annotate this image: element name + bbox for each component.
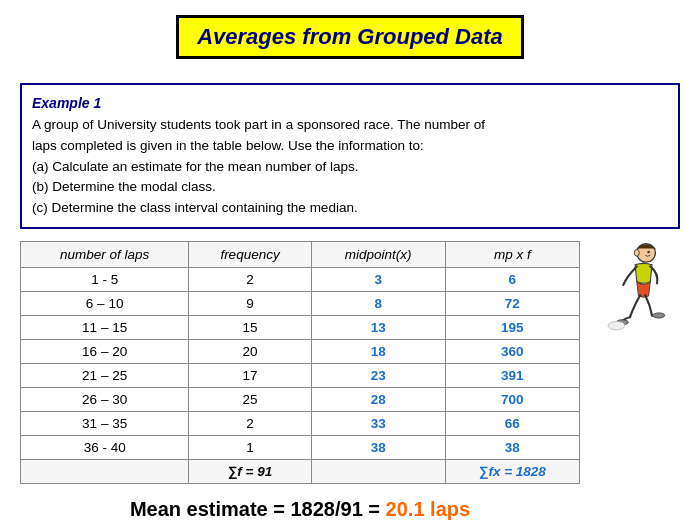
cell-mid: 13	[311, 316, 445, 340]
cell-freq: 9	[189, 292, 311, 316]
table-row: 26 – 302528700	[21, 388, 580, 412]
cell-freq: 15	[189, 316, 311, 340]
data-table: number of laps frequency midpoint(x) mp …	[20, 241, 580, 484]
cell-freq: 20	[189, 340, 311, 364]
cell-mid: 38	[311, 436, 445, 460]
cell-laps: 21 – 25	[21, 364, 189, 388]
cell-laps: 26 – 30	[21, 388, 189, 412]
sum-mid-empty	[311, 460, 445, 484]
example-label: Example 1	[32, 93, 668, 115]
table-row: 31 – 3523366	[21, 412, 580, 436]
mean-line: Mean estimate = 1828/91 = 20.1 laps	[20, 498, 580, 521]
cell-mpf: 195	[445, 316, 579, 340]
svg-point-2	[652, 313, 664, 318]
cell-mid: 33	[311, 412, 445, 436]
col-header-midpoint: midpoint(x)	[311, 242, 445, 268]
example-text1: A group of University students took part…	[32, 115, 668, 136]
runner-container	[590, 241, 680, 351]
example-box: Example 1 A group of University students…	[20, 83, 680, 229]
svg-point-4	[647, 251, 650, 254]
runner-icon	[593, 241, 678, 351]
cell-freq: 17	[189, 364, 311, 388]
table-row: 1 - 5236	[21, 268, 580, 292]
page: Averages from Grouped Data Example 1 A g…	[0, 0, 700, 525]
table-section: number of laps frequency midpoint(x) mp …	[20, 241, 580, 521]
title-box: Averages from Grouped Data	[176, 15, 524, 59]
example-text3: (a) Calculate an estimate for the mean n…	[32, 157, 668, 178]
cell-laps: 16 – 20	[21, 340, 189, 364]
cell-mpf: 72	[445, 292, 579, 316]
example-text5: (c) Determine the class interval contain…	[32, 198, 668, 219]
cell-freq: 1	[189, 436, 311, 460]
cell-mpf: 66	[445, 412, 579, 436]
table-row: 11 – 151513195	[21, 316, 580, 340]
table-row: 36 - 4013838	[21, 436, 580, 460]
cell-mpf: 6	[445, 268, 579, 292]
cell-mid: 23	[311, 364, 445, 388]
sum-mpf: ∑fx = 1828	[445, 460, 579, 484]
col-header-mpf: mp x f	[445, 242, 579, 268]
svg-point-5	[634, 250, 639, 257]
cell-mid: 18	[311, 340, 445, 364]
col-header-laps: number of laps	[21, 242, 189, 268]
cell-mid: 3	[311, 268, 445, 292]
sum-row: ∑f = 91 ∑fx = 1828	[21, 460, 580, 484]
cell-freq: 25	[189, 388, 311, 412]
cell-mpf: 391	[445, 364, 579, 388]
cell-laps: 31 – 35	[21, 412, 189, 436]
example-text2: laps completed is given in the table bel…	[32, 136, 668, 157]
table-row: 16 – 202018360	[21, 340, 580, 364]
title-container: Averages from Grouped Data	[20, 15, 680, 71]
table-row: 6 – 109872	[21, 292, 580, 316]
mean-prefix: Mean estimate = 1828/91 =	[130, 498, 386, 520]
cell-freq: 2	[189, 268, 311, 292]
cell-laps: 1 - 5	[21, 268, 189, 292]
cell-laps: 6 – 10	[21, 292, 189, 316]
mean-value: 20.1 laps	[386, 498, 471, 520]
sum-freq: ∑f = 91	[189, 460, 311, 484]
sum-laps-empty	[21, 460, 189, 484]
cell-laps: 36 - 40	[21, 436, 189, 460]
example-text4: (b) Determine the modal class.	[32, 177, 668, 198]
table-header-row: number of laps frequency midpoint(x) mp …	[21, 242, 580, 268]
cell-mpf: 360	[445, 340, 579, 364]
cell-mid: 28	[311, 388, 445, 412]
svg-point-3	[608, 322, 625, 330]
page-title: Averages from Grouped Data	[197, 24, 503, 50]
cell-freq: 2	[189, 412, 311, 436]
table-row: 21 – 251723391	[21, 364, 580, 388]
cell-mid: 8	[311, 292, 445, 316]
content-area: number of laps frequency midpoint(x) mp …	[20, 241, 680, 521]
cell-laps: 11 – 15	[21, 316, 189, 340]
cell-mpf: 38	[445, 436, 579, 460]
cell-mpf: 700	[445, 388, 579, 412]
col-header-frequency: frequency	[189, 242, 311, 268]
